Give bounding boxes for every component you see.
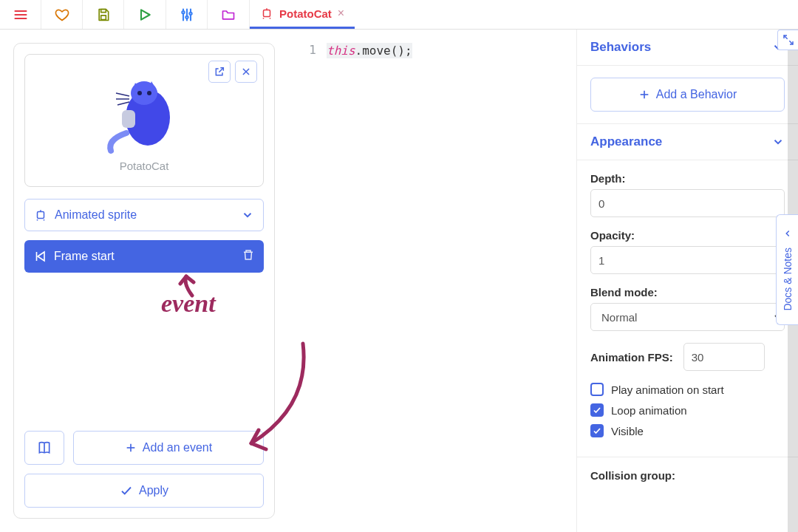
folder-button[interactable]	[208, 0, 249, 29]
left-card: PotatoCat Animated sprite Frame start	[13, 43, 275, 519]
play-button[interactable]	[124, 0, 166, 29]
toolbar-group-left	[0, 0, 166, 29]
svg-point-23	[147, 91, 151, 95]
line-number: 1	[294, 43, 327, 526]
visible-checkbox[interactable]	[590, 424, 604, 437]
svg-line-25	[116, 93, 129, 96]
apply-button[interactable]: Apply	[24, 474, 264, 508]
add-event-label: Add an event	[143, 441, 212, 454]
properties-panel: Behaviors Add a Behavior Appearance Dept…	[576, 30, 798, 532]
menu-button[interactable]	[0, 0, 41, 29]
sprite-type-select[interactable]: Animated sprite	[24, 199, 264, 231]
sliders-button[interactable]	[166, 0, 208, 29]
visible-label: Visible	[611, 425, 644, 437]
loop-checkbox[interactable]	[590, 403, 604, 417]
add-behavior-label: Add a Behavior	[656, 88, 737, 101]
chevron-down-icon	[241, 208, 254, 222]
tab-label: PotatoCat	[279, 7, 332, 20]
opacity-input[interactable]	[590, 246, 785, 274]
top-toolbar: PotatoCat ×	[0, 0, 798, 30]
book-icon	[37, 440, 52, 455]
delete-event-button[interactable]	[242, 248, 255, 265]
depth-input[interactable]	[590, 189, 785, 217]
chevron-left-icon	[782, 228, 793, 239]
svg-rect-12	[264, 10, 270, 17]
chevron-down-icon	[771, 135, 785, 149]
plus-icon	[638, 89, 650, 100]
docs-button[interactable]	[24, 431, 64, 465]
svg-point-9	[182, 11, 184, 13]
behaviors-header[interactable]: Behaviors	[577, 30, 798, 66]
svg-point-10	[185, 16, 188, 18]
fps-label: Animation FPS:	[590, 351, 673, 364]
close-preview-button[interactable]	[235, 61, 257, 83]
opacity-label: Opacity:	[590, 229, 785, 242]
depth-label: Depth:	[590, 172, 785, 185]
toolbar-group-right	[166, 0, 250, 29]
event-label: Frame start	[54, 250, 115, 263]
close-icon[interactable]: ×	[338, 7, 344, 20]
robot-icon	[34, 208, 47, 222]
check-icon	[120, 484, 133, 497]
left-panel: PotatoCat Animated sprite Frame start	[0, 30, 288, 532]
plus-icon	[125, 442, 137, 454]
tab-potatocat[interactable]: PotatoCat ×	[250, 0, 355, 29]
save-button[interactable]	[83, 0, 124, 29]
svg-point-11	[189, 12, 191, 14]
play-on-start-checkbox[interactable]	[590, 383, 604, 396]
robot-icon	[260, 7, 273, 20]
blend-label: Blend mode:	[590, 286, 785, 299]
sprite-name-label: PotatoCat	[120, 160, 169, 172]
svg-marker-33	[38, 252, 44, 261]
blend-select[interactable]: Normal	[590, 303, 785, 331]
collision-label: Collision group:	[590, 469, 785, 482]
sprite-type-label: Animated sprite	[55, 208, 137, 222]
svg-marker-5	[141, 10, 150, 19]
fps-input[interactable]	[683, 343, 765, 371]
appearance-header[interactable]: Appearance	[577, 124, 798, 160]
play-on-start-label: Play animation on start	[611, 383, 724, 396]
docs-tab-label: Docs & Notes	[782, 248, 794, 311]
docs-notes-tab[interactable]: Docs & Notes	[776, 214, 798, 325]
heart-button[interactable]	[41, 0, 83, 29]
appearance-title: Appearance	[590, 134, 662, 149]
add-behavior-button[interactable]: Add a Behavior	[590, 78, 785, 112]
event-frame-start[interactable]: Frame start	[24, 240, 264, 273]
skip-start-icon	[33, 250, 47, 263]
svg-rect-4	[100, 15, 106, 19]
potatocat-sprite-icon	[100, 69, 188, 158]
svg-point-22	[137, 91, 142, 95]
svg-rect-28	[38, 212, 44, 219]
popout-button[interactable]	[208, 61, 231, 83]
collapse-panel-button[interactable]	[777, 30, 798, 50]
add-event-button[interactable]: Add an event	[73, 431, 264, 465]
minimize-icon	[782, 34, 794, 46]
sprite-preview: PotatoCat	[24, 54, 264, 187]
svg-line-27	[117, 102, 129, 105]
behaviors-title: Behaviors	[590, 40, 651, 55]
trash-icon	[242, 248, 255, 262]
code-editor[interactable]: 1 this.move();	[288, 30, 576, 532]
apply-label: Apply	[139, 484, 168, 497]
svg-rect-24	[122, 110, 135, 128]
loop-label: Loop animation	[611, 404, 687, 417]
code-line-1: this.move();	[327, 43, 412, 526]
svg-rect-3	[100, 9, 106, 12]
